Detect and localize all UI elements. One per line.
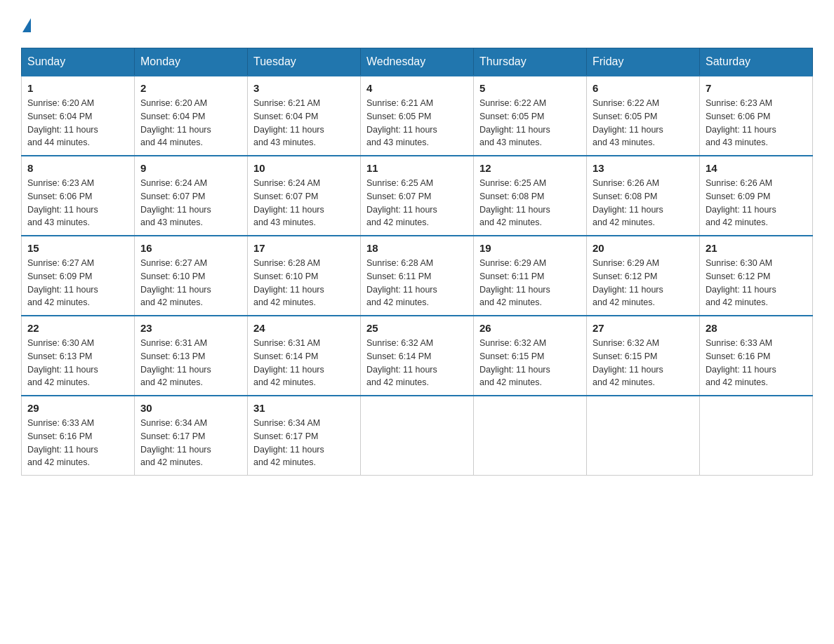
- day-number: 31: [253, 402, 355, 414]
- page-header: [21, 14, 813, 34]
- day-number: 6: [593, 82, 694, 94]
- calendar-cell: 14 Sunrise: 6:26 AM Sunset: 6:09 PM Dayl…: [700, 156, 813, 236]
- logo-triangle-icon: [22, 18, 31, 32]
- day-number: 21: [706, 242, 807, 254]
- day-number: 26: [479, 322, 581, 334]
- day-number: 23: [140, 322, 241, 334]
- day-info: Sunrise: 6:22 AM Sunset: 6:05 PM Dayligh…: [479, 97, 581, 149]
- day-number: 3: [253, 82, 355, 94]
- calendar-cell: 8 Sunrise: 6:23 AM Sunset: 6:06 PM Dayli…: [22, 156, 135, 236]
- day-info: Sunrise: 6:29 AM Sunset: 6:11 PM Dayligh…: [479, 257, 581, 309]
- week-row-1: 8 Sunrise: 6:23 AM Sunset: 6:06 PM Dayli…: [22, 156, 813, 236]
- day-info: Sunrise: 6:26 AM Sunset: 6:09 PM Dayligh…: [706, 177, 807, 229]
- day-info: Sunrise: 6:33 AM Sunset: 6:16 PM Dayligh…: [706, 337, 807, 389]
- week-row-3: 22 Sunrise: 6:30 AM Sunset: 6:13 PM Dayl…: [22, 316, 813, 396]
- calendar-cell: 15 Sunrise: 6:27 AM Sunset: 6:09 PM Dayl…: [22, 236, 135, 316]
- day-number: 25: [366, 322, 468, 334]
- day-number: 2: [140, 82, 241, 94]
- calendar-cell: 13 Sunrise: 6:26 AM Sunset: 6:08 PM Dayl…: [587, 156, 700, 236]
- day-info: Sunrise: 6:26 AM Sunset: 6:08 PM Dayligh…: [593, 177, 694, 229]
- day-info: Sunrise: 6:24 AM Sunset: 6:07 PM Dayligh…: [140, 177, 241, 229]
- day-info: Sunrise: 6:25 AM Sunset: 6:07 PM Dayligh…: [366, 177, 468, 229]
- day-info: Sunrise: 6:25 AM Sunset: 6:08 PM Dayligh…: [479, 177, 581, 229]
- calendar-cell: 29 Sunrise: 6:33 AM Sunset: 6:16 PM Dayl…: [22, 396, 135, 476]
- calendar-cell: 16 Sunrise: 6:27 AM Sunset: 6:10 PM Dayl…: [135, 236, 248, 316]
- day-number: 16: [140, 242, 241, 254]
- calendar-cell: 30 Sunrise: 6:34 AM Sunset: 6:17 PM Dayl…: [135, 396, 248, 476]
- calendar-cell: 5 Sunrise: 6:22 AM Sunset: 6:05 PM Dayli…: [474, 76, 587, 156]
- day-info: Sunrise: 6:22 AM Sunset: 6:05 PM Dayligh…: [593, 97, 694, 149]
- day-number: 9: [140, 162, 241, 174]
- header-day-saturday: Saturday: [700, 48, 813, 76]
- day-info: Sunrise: 6:21 AM Sunset: 6:05 PM Dayligh…: [366, 97, 468, 149]
- calendar-cell: 27 Sunrise: 6:32 AM Sunset: 6:15 PM Dayl…: [587, 316, 700, 396]
- calendar-cell: [700, 396, 813, 476]
- calendar-cell: 6 Sunrise: 6:22 AM Sunset: 6:05 PM Dayli…: [587, 76, 700, 156]
- calendar-table: SundayMondayTuesdayWednesdayThursdayFrid…: [21, 48, 813, 476]
- day-info: Sunrise: 6:31 AM Sunset: 6:14 PM Dayligh…: [253, 337, 355, 389]
- week-row-0: 1 Sunrise: 6:20 AM Sunset: 6:04 PM Dayli…: [22, 76, 813, 156]
- day-number: 24: [253, 322, 355, 334]
- calendar-cell: [361, 396, 474, 476]
- header-day-wednesday: Wednesday: [361, 48, 474, 76]
- calendar-cell: 26 Sunrise: 6:32 AM Sunset: 6:15 PM Dayl…: [474, 316, 587, 396]
- day-number: 18: [366, 242, 468, 254]
- day-info: Sunrise: 6:27 AM Sunset: 6:10 PM Dayligh…: [140, 257, 241, 309]
- header-day-monday: Monday: [135, 48, 248, 76]
- day-info: Sunrise: 6:27 AM Sunset: 6:09 PM Dayligh…: [27, 257, 128, 309]
- day-number: 1: [27, 82, 128, 94]
- calendar-cell: 12 Sunrise: 6:25 AM Sunset: 6:08 PM Dayl…: [474, 156, 587, 236]
- calendar-cell: 9 Sunrise: 6:24 AM Sunset: 6:07 PM Dayli…: [135, 156, 248, 236]
- day-info: Sunrise: 6:23 AM Sunset: 6:06 PM Dayligh…: [706, 97, 807, 149]
- header-row: SundayMondayTuesdayWednesdayThursdayFrid…: [22, 48, 813, 76]
- day-info: Sunrise: 6:31 AM Sunset: 6:13 PM Dayligh…: [140, 337, 241, 389]
- day-info: Sunrise: 6:20 AM Sunset: 6:04 PM Dayligh…: [140, 97, 241, 149]
- day-info: Sunrise: 6:29 AM Sunset: 6:12 PM Dayligh…: [593, 257, 694, 309]
- day-number: 12: [479, 162, 581, 174]
- calendar-cell: 4 Sunrise: 6:21 AM Sunset: 6:05 PM Dayli…: [361, 76, 474, 156]
- day-info: Sunrise: 6:33 AM Sunset: 6:16 PM Dayligh…: [27, 417, 128, 469]
- calendar-body: 1 Sunrise: 6:20 AM Sunset: 6:04 PM Dayli…: [22, 76, 813, 476]
- logo: [21, 14, 31, 34]
- calendar-cell: 18 Sunrise: 6:28 AM Sunset: 6:11 PM Dayl…: [361, 236, 474, 316]
- day-info: Sunrise: 6:30 AM Sunset: 6:13 PM Dayligh…: [27, 337, 128, 389]
- day-number: 14: [706, 162, 807, 174]
- day-number: 7: [706, 82, 807, 94]
- calendar-cell: 22 Sunrise: 6:30 AM Sunset: 6:13 PM Dayl…: [22, 316, 135, 396]
- calendar-cell: 21 Sunrise: 6:30 AM Sunset: 6:12 PM Dayl…: [700, 236, 813, 316]
- day-number: 10: [253, 162, 355, 174]
- day-number: 17: [253, 242, 355, 254]
- day-number: 22: [27, 322, 128, 334]
- day-info: Sunrise: 6:24 AM Sunset: 6:07 PM Dayligh…: [253, 177, 355, 229]
- calendar-cell: 2 Sunrise: 6:20 AM Sunset: 6:04 PM Dayli…: [135, 76, 248, 156]
- calendar-cell: [474, 396, 587, 476]
- calendar-cell: 17 Sunrise: 6:28 AM Sunset: 6:10 PM Dayl…: [248, 236, 361, 316]
- day-number: 29: [27, 402, 128, 414]
- calendar-cell: 28 Sunrise: 6:33 AM Sunset: 6:16 PM Dayl…: [700, 316, 813, 396]
- calendar-cell: 10 Sunrise: 6:24 AM Sunset: 6:07 PM Dayl…: [248, 156, 361, 236]
- calendar-cell: 31 Sunrise: 6:34 AM Sunset: 6:17 PM Dayl…: [248, 396, 361, 476]
- calendar-cell: 3 Sunrise: 6:21 AM Sunset: 6:04 PM Dayli…: [248, 76, 361, 156]
- calendar-cell: 19 Sunrise: 6:29 AM Sunset: 6:11 PM Dayl…: [474, 236, 587, 316]
- day-info: Sunrise: 6:34 AM Sunset: 6:17 PM Dayligh…: [140, 417, 241, 469]
- day-info: Sunrise: 6:30 AM Sunset: 6:12 PM Dayligh…: [706, 257, 807, 309]
- day-info: Sunrise: 6:28 AM Sunset: 6:10 PM Dayligh…: [253, 257, 355, 309]
- calendar-cell: 7 Sunrise: 6:23 AM Sunset: 6:06 PM Dayli…: [700, 76, 813, 156]
- day-number: 4: [366, 82, 468, 94]
- day-number: 28: [706, 322, 807, 334]
- calendar-cell: 23 Sunrise: 6:31 AM Sunset: 6:13 PM Dayl…: [135, 316, 248, 396]
- calendar-cell: [587, 396, 700, 476]
- calendar-cell: 11 Sunrise: 6:25 AM Sunset: 6:07 PM Dayl…: [361, 156, 474, 236]
- day-info: Sunrise: 6:34 AM Sunset: 6:17 PM Dayligh…: [253, 417, 355, 469]
- day-number: 20: [593, 242, 694, 254]
- day-number: 19: [479, 242, 581, 254]
- day-number: 27: [593, 322, 694, 334]
- day-number: 13: [593, 162, 694, 174]
- header-day-thursday: Thursday: [474, 48, 587, 76]
- day-info: Sunrise: 6:32 AM Sunset: 6:15 PM Dayligh…: [593, 337, 694, 389]
- header-day-tuesday: Tuesday: [248, 48, 361, 76]
- day-info: Sunrise: 6:32 AM Sunset: 6:15 PM Dayligh…: [479, 337, 581, 389]
- header-day-sunday: Sunday: [22, 48, 135, 76]
- calendar-cell: 20 Sunrise: 6:29 AM Sunset: 6:12 PM Dayl…: [587, 236, 700, 316]
- header-day-friday: Friday: [587, 48, 700, 76]
